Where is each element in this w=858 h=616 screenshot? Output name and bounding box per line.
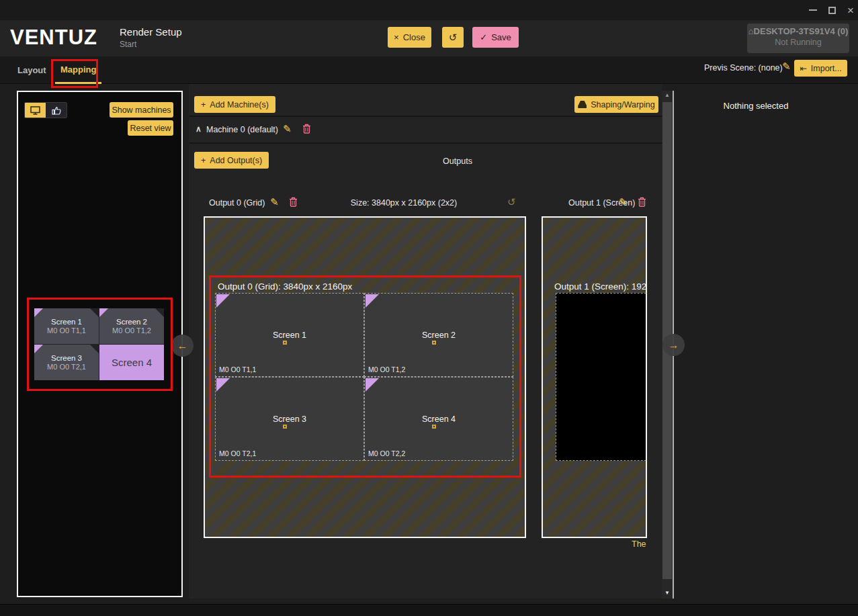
maximize-icon[interactable]: [828, 7, 836, 14]
thumbs-up-toggle[interactable]: [46, 103, 67, 118]
minimize-icon[interactable]: [809, 9, 817, 11]
monitor-icon: [30, 106, 40, 115]
output-0-edit-pencil-icon[interactable]: ✎: [270, 196, 279, 208]
output-0-name: Output 0 (Grid): [209, 198, 265, 208]
plus-icon: +: [201, 156, 206, 165]
machine-status-box[interactable]: ⌂DESKTOP-3TS91V4 (0) Not Running: [747, 24, 849, 53]
scroll-up-icon[interactable]: ▲: [662, 92, 673, 98]
machine-delete-trash-icon[interactable]: [302, 124, 311, 134]
undo-icon: ↺: [449, 32, 458, 44]
machine-0-label: Machine 0 (default): [206, 125, 278, 134]
title-block: Render Setup Start: [120, 26, 182, 49]
monitor-view-toggle[interactable]: [25, 103, 46, 118]
revert-button[interactable]: ↺: [442, 27, 464, 48]
add-machine-button[interactable]: + Add Machine(s): [194, 96, 275, 113]
bottom-strip: [0, 604, 858, 616]
window-controls: ×: [809, 0, 854, 20]
output-0-size-label: Size: 3840px x 2160px (2x2): [323, 198, 484, 208]
header: VENTUZ Render Setup Start × Close ↺ ✓ Sa…: [0, 20, 858, 56]
check-icon: ✓: [480, 32, 487, 42]
annotation-rect-output-grid: [209, 275, 521, 478]
page-title: Render Setup: [120, 26, 182, 38]
machine-edit-pencil-icon[interactable]: ✎: [283, 123, 292, 135]
output-1-canvas[interactable]: Output 1 (Screen): 1920: [542, 216, 647, 538]
annotation-rect-mapping-tab: [51, 59, 98, 88]
collapse-chevron-icon[interactable]: ∧: [196, 124, 202, 134]
view-mode-toggle: [24, 102, 67, 118]
output-1-screen-area[interactable]: [556, 293, 647, 461]
reset-view-button[interactable]: Reset view: [128, 120, 173, 136]
collapse-left-panel-button[interactable]: ←: [171, 335, 194, 357]
import-label: Import...: [811, 64, 842, 73]
titlebar: ×: [0, 0, 858, 20]
page-subtitle: Start: [120, 40, 182, 49]
add-machine-label: Add Machine(s): [210, 100, 269, 109]
show-machines-label: Show machines: [112, 105, 171, 115]
output-0-delete-trash-icon[interactable]: [289, 197, 298, 207]
arrow-right-icon: →: [669, 339, 679, 351]
save-label: Save: [491, 32, 511, 42]
thumbs-up-icon: [52, 106, 61, 115]
import-button[interactable]: ⇤ Import...: [794, 60, 847, 77]
previs-scene-label: Previs Scene: (none): [704, 63, 783, 73]
shaping-icon: [578, 101, 587, 108]
reset-view-label: Reset view: [130, 124, 171, 133]
add-output-label: Add Output(s): [210, 156, 262, 165]
close-icon: ×: [394, 32, 399, 42]
output-1-canvas-label: Output 1 (Screen): 1920: [554, 281, 647, 292]
scroll-down-icon[interactable]: ▼: [662, 590, 673, 596]
annotation-rect-minimap: [27, 298, 173, 391]
expand-right-panel-button[interactable]: →: [662, 334, 685, 356]
add-output-button[interactable]: + Add Output(s): [194, 152, 269, 169]
reset-output-icon[interactable]: ↺: [507, 196, 516, 208]
inspector-empty-label: Nothing selected: [675, 101, 836, 111]
output-1-delete-trash-icon[interactable]: [638, 197, 646, 207]
ventuz-logo: VENTUZ: [10, 26, 97, 50]
machine-name: ⌂DESKTOP-3TS91V4 (0): [747, 26, 849, 36]
outputs-heading: Outputs: [390, 157, 525, 166]
render-setup-window: × VENTUZ Render Setup Start × Close ↺ ✓ …: [0, 0, 858, 616]
shaping-warping-button[interactable]: Shaping/Warping: [574, 96, 658, 113]
previs-edit-pencil-icon[interactable]: ✎: [782, 60, 791, 73]
save-button[interactable]: ✓ Save: [472, 27, 519, 48]
plus-icon: +: [201, 100, 206, 109]
arrow-left-icon: ←: [177, 340, 188, 352]
divider: [189, 116, 662, 117]
show-machines-button[interactable]: Show machines: [110, 102, 173, 118]
tab-layout[interactable]: Layout: [12, 56, 52, 84]
shaping-label: Shaping/Warping: [591, 100, 654, 109]
close-window-icon[interactable]: ×: [847, 5, 854, 16]
divider: [189, 142, 662, 144]
output-1-edit-pencil-icon[interactable]: ✎: [619, 196, 628, 208]
close-label: Close: [403, 32, 425, 42]
output-1-warning-text: The: [632, 539, 662, 549]
close-button[interactable]: × Close: [388, 27, 431, 48]
machine-status: Not Running: [747, 38, 849, 47]
import-icon: ⇤: [800, 63, 806, 73]
